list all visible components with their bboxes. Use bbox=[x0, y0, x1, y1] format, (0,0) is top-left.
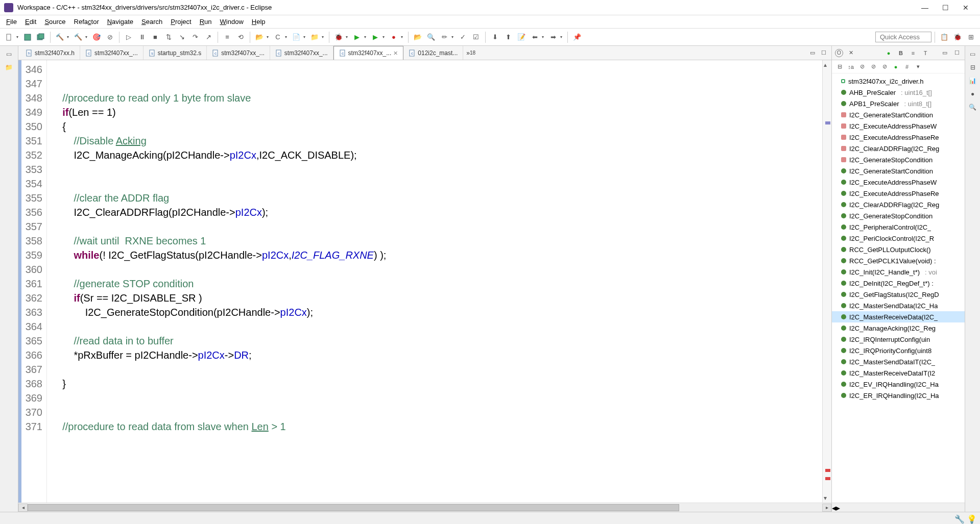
code-line[interactable]: //clear the ADDR flag bbox=[51, 191, 822, 205]
outline-item[interactable]: I2C_GenerateStartCondition bbox=[832, 165, 965, 177]
editor-tab[interactable]: cstm32f407xx_... bbox=[270, 46, 333, 60]
suspend-button[interactable]: ⏸ bbox=[136, 31, 148, 43]
code-editor[interactable]: 3463473483493503513523533543553563573583… bbox=[18, 60, 831, 503]
tab-overflow-button[interactable]: »18 bbox=[463, 46, 479, 60]
search-button[interactable]: 🔍 bbox=[425, 31, 437, 43]
scroll-thumb[interactable] bbox=[28, 504, 679, 511]
dropdown-icon[interactable]: ▾ bbox=[346, 35, 350, 39]
outline-item[interactable]: I2C_ExecuteAddressPhaseRe bbox=[832, 132, 965, 143]
outline-item[interactable]: I2C_GetFlagStatus(I2C_RegD bbox=[832, 289, 965, 300]
dropdown-icon[interactable]: ▾ bbox=[560, 35, 564, 39]
forward-button[interactable]: ➡ bbox=[547, 31, 559, 43]
perspective-debug-button[interactable]: 🐞 bbox=[951, 31, 964, 43]
run-button[interactable]: ▶ bbox=[351, 31, 363, 43]
pin-button[interactable]: 📌 bbox=[571, 31, 583, 43]
scroll-right-button[interactable]: ▸ bbox=[836, 503, 840, 512]
code-line[interactable] bbox=[51, 219, 822, 234]
debug-button[interactable]: 🐞 bbox=[332, 31, 345, 43]
menu-project[interactable]: Project bbox=[166, 16, 195, 27]
outline-item[interactable]: I2C_IRQInterruptConfig(uin bbox=[832, 334, 965, 345]
menu-edit[interactable]: Edit bbox=[21, 16, 40, 27]
dropdown-icon[interactable]: ▾ bbox=[322, 35, 326, 39]
prev-annotation-button[interactable]: ⬆ bbox=[502, 31, 514, 43]
code-line[interactable]: if(Len == 1) bbox=[51, 105, 822, 119]
collapse-all-button[interactable]: ⊟ bbox=[835, 62, 844, 71]
menu-search[interactable]: Search bbox=[137, 16, 166, 27]
error-marker-icon[interactable] bbox=[825, 477, 830, 480]
editor-tab[interactable]: sstartup_stm32.s bbox=[144, 46, 207, 60]
build-button[interactable]: 🔨 bbox=[54, 31, 66, 43]
code-line[interactable]: //wait until RXNE becomes 1 bbox=[51, 234, 822, 248]
view-icon[interactable]: 📊 bbox=[968, 76, 978, 86]
maximize-view-button[interactable]: ☐ bbox=[952, 48, 962, 58]
dropdown-icon[interactable]: ▾ bbox=[303, 35, 307, 39]
perspective-cpp-button[interactable]: 📋 bbox=[938, 31, 950, 43]
dropdown-icon[interactable]: ▾ bbox=[383, 35, 387, 39]
code-line[interactable]: *pRxBuffer = pI2CHandle->pI2Cx->DR; bbox=[51, 348, 822, 362]
code-line[interactable] bbox=[51, 177, 822, 191]
scroll-down-icon[interactable]: ▾ bbox=[824, 494, 827, 502]
code-line[interactable] bbox=[51, 405, 822, 419]
error-marker-icon[interactable] bbox=[825, 469, 830, 472]
outline-item[interactable]: I2C_GenerateStopCondition bbox=[832, 154, 965, 165]
outline-item[interactable]: I2C_GenerateStartCondition bbox=[832, 109, 965, 120]
outline-item[interactable]: I2C_GenerateStopCondition bbox=[832, 210, 965, 221]
next-annotation-button[interactable]: ⬇ bbox=[489, 31, 501, 43]
outline-item[interactable]: I2C_ExecuteAddressPhaseW bbox=[832, 120, 965, 132]
last-edit-button[interactable]: 📝 bbox=[515, 31, 528, 43]
new-cpp-class-button[interactable]: C bbox=[272, 31, 284, 43]
hide-static-button[interactable]: ⊘ bbox=[869, 62, 878, 71]
close-tab-icon[interactable]: ✕ bbox=[393, 50, 398, 57]
save-all-button[interactable] bbox=[35, 31, 47, 43]
menu-refactor[interactable]: Refactor bbox=[70, 16, 103, 27]
menu-run[interactable]: Run bbox=[196, 16, 216, 27]
restore-view-button[interactable]: ▭ bbox=[4, 49, 14, 59]
code-line[interactable]: //generate STOP condition bbox=[51, 277, 822, 291]
status-build-icon[interactable]: 🔧 bbox=[954, 514, 963, 522]
dropdown-icon[interactable]: ▾ bbox=[267, 35, 271, 39]
code-line[interactable] bbox=[51, 362, 822, 377]
outline-h-scrollbar[interactable]: ◂ ▸ bbox=[832, 503, 965, 512]
filter-button[interactable]: # bbox=[902, 62, 912, 71]
code-line[interactable]: if(Sr == I2C_DISABLE_SR ) bbox=[51, 291, 822, 305]
skip-breakpoints-button[interactable]: ⊘ bbox=[104, 31, 116, 43]
hide-fields-button[interactable]: ⊘ bbox=[857, 62, 867, 71]
new-button[interactable] bbox=[3, 31, 15, 43]
outline-item[interactable]: I2C_MasterSendDataIT(I2C_ bbox=[832, 356, 965, 367]
editor-tab[interactable]: c012i2c_mast... bbox=[403, 46, 463, 60]
dropdown-icon[interactable]: ▾ bbox=[401, 35, 405, 39]
outline-item[interactable]: I2C_MasterReceiveDataIT(I2 bbox=[832, 367, 965, 379]
editor-tab[interactable]: hstm32f407xx.h bbox=[20, 46, 80, 60]
overview-ruler[interactable]: ▴ ▾ bbox=[822, 60, 831, 503]
code-line[interactable]: } bbox=[51, 377, 822, 391]
outline-item[interactable]: RCC_GetPLLOutputClock() bbox=[832, 244, 965, 255]
search-icon[interactable]: 🔍 bbox=[968, 102, 978, 112]
instruction-stepping-button[interactable]: ≡ bbox=[221, 31, 233, 43]
build-all-button[interactable]: 🔨 bbox=[72, 31, 84, 43]
annotation-button[interactable]: ✏ bbox=[438, 31, 450, 43]
outline-item[interactable]: I2C_ManageAcking(I2C_Reg bbox=[832, 322, 965, 334]
outline-item[interactable]: I2C_ExecuteAddressPhaseW bbox=[832, 177, 965, 188]
outline-item[interactable]: I2C_ExecuteAddressPhaseRe bbox=[832, 188, 965, 199]
minimize-button[interactable]: — bbox=[915, 1, 935, 15]
status-tip-icon[interactable]: 💡 bbox=[967, 514, 975, 522]
code-line[interactable] bbox=[51, 62, 822, 77]
code-body[interactable]: //procedure to read only 1 byte from sla… bbox=[47, 60, 822, 503]
restart-button[interactable]: ⟲ bbox=[234, 31, 247, 43]
profile-button[interactable]: ▶ bbox=[369, 31, 381, 43]
maximize-button[interactable]: ☐ bbox=[935, 1, 955, 15]
minimize-editor-button[interactable]: ▭ bbox=[808, 48, 817, 58]
outline-item[interactable]: I2C_ClearADDRFlag(I2C_Reg bbox=[832, 143, 965, 154]
outline-item[interactable]: I2C_MasterSendData(I2C_Ha bbox=[832, 300, 965, 311]
restore-view-button[interactable]: ▭ bbox=[968, 49, 978, 59]
code-line[interactable]: I2C_ClearADDRFlag(pI2CHandle->pI2Cx); bbox=[51, 205, 822, 219]
code-line[interactable] bbox=[51, 319, 822, 334]
outline-item[interactable]: stm32f407xx_i2c_driver.h bbox=[832, 76, 965, 87]
code-line[interactable]: //procedure to read only 1 byte from sla… bbox=[51, 91, 822, 105]
dropdown-icon[interactable]: ▾ bbox=[285, 35, 289, 39]
code-line[interactable] bbox=[51, 391, 822, 405]
dropdown-icon[interactable]: ▾ bbox=[451, 35, 456, 39]
toggle-mark-button[interactable]: ✓ bbox=[457, 31, 469, 43]
project-explorer-icon[interactable]: 📁 bbox=[4, 62, 14, 72]
step-into-button[interactable]: ↘ bbox=[176, 31, 188, 43]
